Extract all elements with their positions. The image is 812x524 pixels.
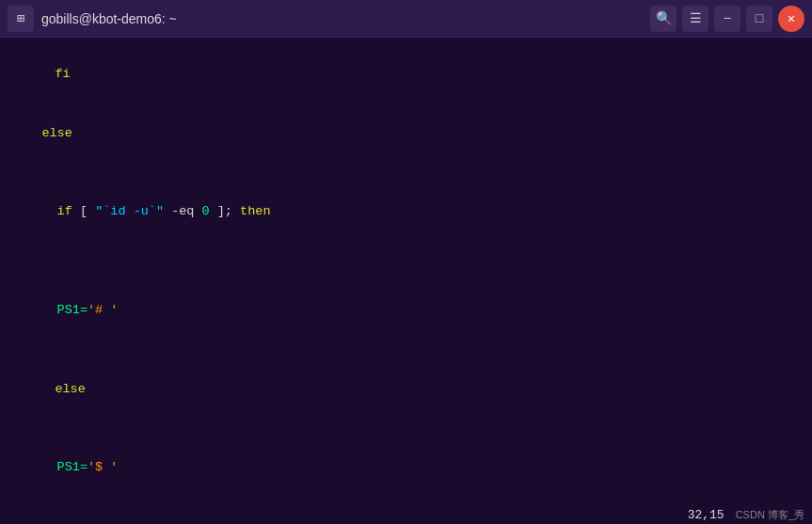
cursor-position: 32,15 <box>688 508 724 522</box>
watermark: CSDN 博客_秀 <box>736 508 804 522</box>
menu-button[interactable]: ☰ <box>682 6 709 32</box>
code-line: PS1='# ' <box>11 262 801 360</box>
maximize-icon: □ <box>756 11 763 26</box>
terminal-body: fi else if [ "`id -u`" -eq 0 ]; then PS1… <box>0 38 812 524</box>
title-bar-controls[interactable]: 🔍 ☰ − □ ✕ <box>650 6 804 32</box>
menu-icon: ☰ <box>690 10 702 26</box>
search-button[interactable]: 🔍 <box>650 6 677 32</box>
code-line: else <box>11 104 801 164</box>
code-line: PS1='$ ' <box>11 420 801 518</box>
title-bar-left: ⊞ gobills@kbot-demo6: ~ <box>8 6 177 32</box>
window-title: gobills@kbot-demo6: ~ <box>41 11 177 26</box>
maximize-button[interactable]: □ <box>746 6 772 32</box>
close-icon: ✕ <box>788 10 795 26</box>
code-line: if [ "`id -u`" -eq 0 ]; then <box>11 164 801 262</box>
terminal-icon: ⊞ <box>8 6 34 32</box>
minimize-icon: − <box>724 11 731 26</box>
title-bar: ⊞ gobills@kbot-demo6: ~ 🔍 ☰ − □ ✕ <box>0 0 812 38</box>
minimize-button[interactable]: − <box>714 6 740 32</box>
code-line: else <box>11 360 801 420</box>
code-line: fi <box>11 45 801 104</box>
status-bar: 32,15 CSDN 博客_秀 <box>680 506 812 524</box>
close-button[interactable]: ✕ <box>778 6 804 32</box>
search-icon: 🔍 <box>656 10 672 26</box>
